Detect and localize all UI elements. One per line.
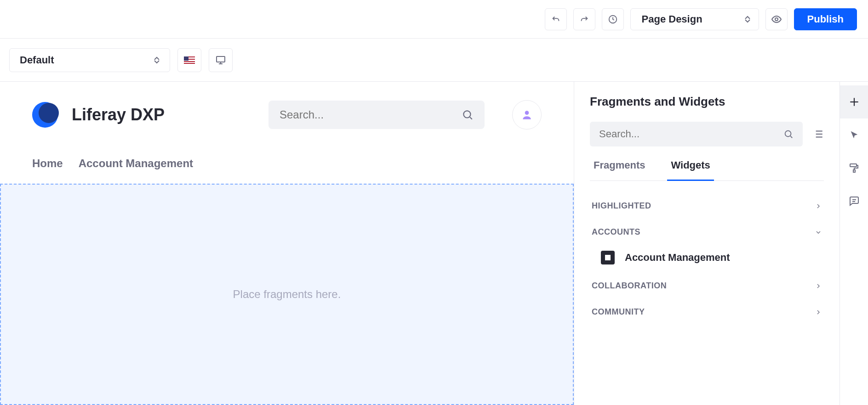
sort-icon <box>154 56 160 64</box>
cursor-icon <box>849 130 859 140</box>
language-button[interactable] <box>177 48 201 72</box>
sort-icon <box>745 16 750 23</box>
redo-button[interactable] <box>573 8 595 30</box>
svg-point-3 <box>463 111 470 118</box>
desktop-icon <box>215 55 226 66</box>
liferay-logo-icon <box>32 102 58 128</box>
svg-point-1 <box>775 18 778 21</box>
fragments-widgets-panel: Fragments and Widgets Fragments Widgets … <box>574 82 839 405</box>
comment-icon <box>849 196 860 207</box>
chevron-down-icon <box>815 229 822 236</box>
main-area: Liferay DXP Home Account Management Plac… <box>0 82 868 405</box>
page-header: Liferay DXP <box>0 82 574 129</box>
rail-browser-button[interactable] <box>840 118 868 152</box>
widget-label: Account Management <box>625 252 730 264</box>
undo-button[interactable] <box>545 8 567 30</box>
svg-rect-2 <box>217 56 225 62</box>
top-toolbar: Page Design Publish <box>0 0 868 39</box>
nav-link-home[interactable]: Home <box>32 157 63 170</box>
category-collaboration[interactable]: COLLABORATION <box>590 273 824 299</box>
widget-icon <box>601 251 615 264</box>
preview-button[interactable] <box>765 8 788 30</box>
rail-add-button[interactable] <box>840 85 868 118</box>
chevron-right-icon <box>815 282 822 290</box>
tab-fragments[interactable]: Fragments <box>590 159 649 181</box>
svg-point-4 <box>525 111 529 115</box>
category-label: COMMUNITY <box>592 307 645 317</box>
side-rail <box>839 82 868 405</box>
canvas: Liferay DXP Home Account Management Plac… <box>0 82 574 405</box>
sub-toolbar: Default <box>0 39 868 82</box>
page-search-input[interactable] <box>280 108 462 121</box>
category-accounts[interactable]: ACCOUNTS <box>590 219 824 245</box>
paint-roller-icon <box>849 163 860 174</box>
panel-search-input[interactable] <box>599 128 783 140</box>
fragment-dropzone[interactable]: Place fragments here. <box>0 184 574 405</box>
undo-icon <box>551 14 561 24</box>
experience-select[interactable]: Default <box>9 48 170 72</box>
panel-search-row <box>590 122 824 146</box>
history-button[interactable] <box>602 8 624 30</box>
svg-rect-14 <box>850 164 857 167</box>
brand-title: Liferay DXP <box>72 105 165 124</box>
svg-point-5 <box>785 131 791 137</box>
page-search[interactable] <box>268 101 485 129</box>
chevron-right-icon <box>815 309 822 316</box>
page-nav: Home Account Management <box>0 129 574 184</box>
svg-rect-15 <box>853 170 855 172</box>
experience-label: Default <box>20 54 54 66</box>
user-avatar-button[interactable] <box>512 100 542 129</box>
user-icon <box>521 109 533 121</box>
category-highlighted[interactable]: HIGHLIGHTED <box>590 193 824 219</box>
list-icon <box>812 128 824 140</box>
panel-title: Fragments and Widgets <box>590 95 824 109</box>
redo-icon <box>579 14 589 24</box>
viewport-button[interactable] <box>209 48 233 72</box>
flag-us-icon <box>184 56 195 64</box>
list-view-toggle[interactable] <box>812 128 824 140</box>
category-label: ACCOUNTS <box>592 227 640 237</box>
chevron-right-icon <box>815 202 822 210</box>
category-community[interactable]: COMMUNITY <box>590 299 824 325</box>
mode-label: Page Design <box>642 13 702 25</box>
widget-item-account-management[interactable]: Account Management <box>590 245 824 273</box>
category-label: COLLABORATION <box>592 281 667 291</box>
publish-button[interactable]: Publish <box>794 8 857 30</box>
mode-select[interactable]: Page Design <box>630 8 759 30</box>
search-icon <box>462 109 474 121</box>
panel-search[interactable] <box>590 122 803 146</box>
category-label: HIGHLIGHTED <box>592 201 651 211</box>
nav-link-account-management[interactable]: Account Management <box>79 157 193 170</box>
rail-design-button[interactable] <box>840 152 868 185</box>
publish-label: Publish <box>807 13 844 25</box>
clock-icon <box>608 14 618 24</box>
rail-comments-button[interactable] <box>840 185 868 218</box>
tab-widgets[interactable]: Widgets <box>667 159 714 181</box>
search-icon <box>783 129 794 139</box>
eye-icon <box>771 14 782 25</box>
panel-tabs: Fragments Widgets <box>590 159 824 181</box>
dropzone-text: Place fragments here. <box>233 288 341 301</box>
plus-icon <box>848 96 860 108</box>
